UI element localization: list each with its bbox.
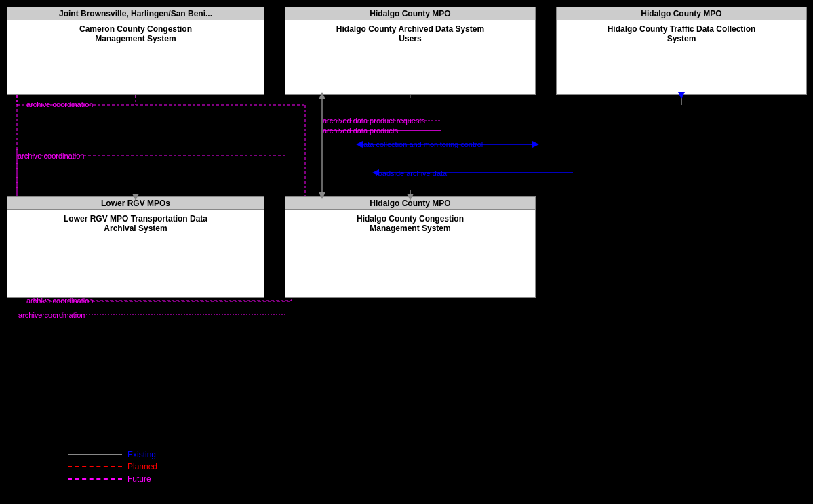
- box-body-hidalgo_traffic: Hidalgo County Traffic Data Collection S…: [557, 20, 806, 75]
- box-header-hidalgo_traffic: Hidalgo County MPO: [557, 7, 806, 20]
- flow-label-ac2: archive coordination: [18, 152, 84, 160]
- flow-label-adp: archived data products: [323, 127, 398, 135]
- box-hidalgo_users: Hidalgo County MPOHidalgo County Archive…: [285, 7, 536, 95]
- box-lower_rgv: Lower RGV MPOsLower RGV MPO Transportati…: [7, 196, 264, 298]
- box-body-hidalgo_cms: Hidalgo County Congestion Management Sys…: [285, 210, 535, 264]
- box-header-hidalgo_cms: Hidalgo County MPO: [285, 197, 535, 210]
- box-hidalgo_traffic: Hidalgo County MPOHidalgo County Traffic…: [556, 7, 807, 95]
- box-header-lower_rgv: Lower RGV MPOs: [7, 197, 264, 210]
- box-header-hidalgo_users: Hidalgo County MPO: [285, 7, 535, 20]
- legend-planned-label: Planned: [127, 462, 157, 471]
- flow-label-adpr: archived data product requests: [323, 117, 425, 125]
- legend-future-label: Future: [127, 474, 151, 484]
- box-body-hidalgo_users: Hidalgo County Archived Data System User…: [285, 20, 535, 75]
- flow-label-rad: roadside archive data: [376, 169, 447, 177]
- flow-label-ac4: archive coordination: [18, 311, 85, 319]
- flow-label-dcmc: data collection and monitoring control: [359, 140, 483, 148]
- legend: Existing Planned Future: [68, 450, 157, 484]
- box-body-lower_rgv: Lower RGV MPO Transportation Data Archiv…: [7, 210, 264, 264]
- legend-future: Future: [68, 474, 157, 484]
- box-header-cameron: Joint Brownsville, Harlingen/San Beni...: [7, 7, 264, 20]
- box-cameron: Joint Brownsville, Harlingen/San Beni...…: [7, 7, 264, 95]
- legend-existing-label: Existing: [127, 450, 156, 459]
- box-hidalgo_cms: Hidalgo County MPOHidalgo County Congest…: [285, 196, 536, 298]
- legend-existing: Existing: [68, 450, 157, 459]
- flow-label-ac1: archive coordination: [26, 100, 93, 108]
- flow-label-ac3: archive coordination: [26, 297, 93, 305]
- legend-planned: Planned: [68, 462, 157, 471]
- box-body-cameron: Cameron County Congestion Management Sys…: [7, 20, 264, 75]
- svg-marker-16: [532, 141, 539, 148]
- diagram-area: Joint Brownsville, Harlingen/San Beni...…: [0, 0, 813, 504]
